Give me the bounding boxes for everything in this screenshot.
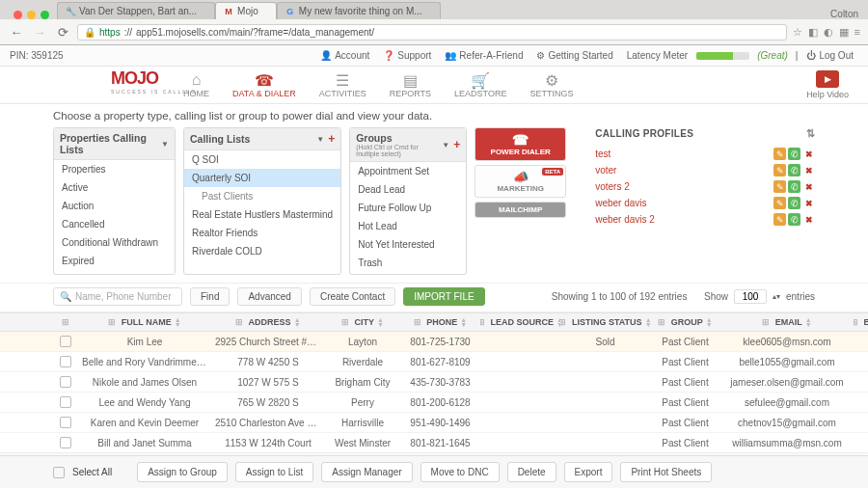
profile-name[interactable]: weber davis (595, 198, 772, 208)
profile-name[interactable]: voters 2 (595, 181, 772, 192)
expand-icon[interactable]: ⊞ (108, 317, 116, 327)
sort-icon[interactable]: ▲▼ (805, 317, 812, 327)
expand-icon[interactable]: ⊞ (854, 317, 858, 327)
list-item[interactable]: Quarterly SOI (184, 169, 340, 187)
row-checkbox[interactable] (60, 437, 71, 448)
edit-icon[interactable]: ✎ (773, 164, 786, 176)
action-delete[interactable]: Delete (507, 462, 556, 482)
close-dot[interactable] (14, 11, 22, 19)
list-item[interactable]: Auction (54, 197, 175, 215)
list-item[interactable]: Appointment Set (350, 162, 466, 180)
expand-icon[interactable]: ⊞ (762, 317, 770, 327)
expand-icon[interactable]: ⊞ (414, 317, 421, 327)
address-bar[interactable]: 🔒 https://app51.mojosells.com/main/?fram… (77, 24, 787, 41)
nav-activities[interactable]: ☰ ACTIVITIES (319, 71, 366, 98)
list-item[interactable]: FRBO (54, 270, 175, 274)
row-checkbox[interactable] (60, 376, 71, 388)
col-header[interactable]: ⊞ FULL NAME▲▼ (78, 313, 211, 331)
col-header[interactable]: ⊞ LEAD SOURCE▲▼ (480, 313, 560, 331)
stepper-icon[interactable]: ▴▾ (773, 292, 780, 301)
call-icon[interactable]: ✆ (788, 197, 800, 209)
row-checkbox[interactable] (60, 356, 71, 367)
browser-tab-3[interactable]: GMy new favorite thing on M... (277, 2, 441, 19)
call-icon[interactable]: ✆ (788, 148, 800, 160)
list-item[interactable]: Dead Lead (350, 180, 466, 199)
add-list-button[interactable]: + (328, 132, 335, 146)
chrome-profile[interactable]: Colton (830, 9, 868, 19)
delete-icon[interactable]: ✖ (802, 148, 815, 160)
nav-reports[interactable]: ▤ REPORTS (390, 71, 431, 98)
marketing-button[interactable]: BETA 📣 MARKETING (475, 165, 566, 198)
expand-icon[interactable]: ⊞ (658, 317, 665, 327)
edit-icon[interactable]: ✎ (773, 148, 786, 160)
action-assign-to-list[interactable]: Assign to List (235, 462, 313, 482)
sort-icon[interactable]: ▲▼ (377, 317, 384, 327)
list-item[interactable]: Real Estate Hustlers Mastermind (184, 205, 340, 224)
select-all-checkbox[interactable] (53, 467, 65, 478)
refer-link[interactable]: 👥Refer-A-Friend (440, 48, 528, 63)
expand-icon[interactable]: ⊞ (480, 317, 485, 327)
power-dialer-button[interactable]: ☎ POWER DIALER (475, 127, 566, 161)
import-file-button[interactable]: IMPORT FILE (403, 287, 484, 306)
sort-icon[interactable]: ▲▼ (294, 317, 301, 327)
edit-icon[interactable]: ✎ (773, 197, 786, 209)
profile-name[interactable]: voter (595, 165, 772, 176)
nav-data-dialer[interactable]: ☎ DATA & DIALER (232, 71, 296, 98)
nav-settings[interactable]: ⚙ SETTINGS (529, 71, 573, 98)
delete-icon[interactable]: ✖ (802, 197, 815, 209)
table-row[interactable]: Kim Lee 2925 Church Street #B201 Layton … (0, 332, 868, 352)
delete-icon[interactable]: ✖ (802, 180, 815, 193)
list-item[interactable]: Hot Lead (350, 217, 466, 235)
action-assign-to-group[interactable]: Assign to Group (137, 462, 228, 482)
sort-icon[interactable]: ▲▼ (175, 317, 181, 327)
table-row[interactable]: Lee and Wendy Yang 765 W 2820 S Perry 80… (0, 393, 868, 413)
logout-link[interactable]: ⏻ Log Out (801, 48, 858, 63)
star-icon[interactable]: ☆ (793, 26, 802, 39)
table-row[interactable]: Belle and Rory Vandrimmelen 778 W 4250 S… (0, 352, 868, 372)
help-video[interactable]: ▶ Help Video (806, 70, 849, 99)
delete-icon[interactable]: ✖ (802, 213, 815, 226)
menu-icon[interactable]: ≡ (854, 26, 860, 39)
list-item[interactable]: Cancelled (54, 215, 175, 233)
browser-tab-2[interactable]: MMojo (215, 2, 277, 19)
edit-icon[interactable]: ✎ (773, 213, 786, 226)
call-icon[interactable]: ✆ (788, 213, 800, 226)
col-header[interactable]: ⊞ BIRTHDAY▲▼ (854, 313, 868, 331)
add-group-button[interactable]: + (453, 138, 460, 151)
profiles-settings-icon[interactable]: ⇅ (806, 127, 815, 140)
chevron-down-icon[interactable]: ▼ (442, 141, 449, 149)
list-item[interactable]: Conditional Withdrawn (54, 233, 175, 252)
delete-icon[interactable]: ✖ (802, 164, 815, 176)
table-row[interactable]: Nikole and James Olsen 1027 W 575 S Brig… (0, 372, 868, 393)
list-item[interactable]: Future Follow Up (350, 199, 466, 217)
action-print-hot-sheets[interactable]: Print Hot Sheets (620, 462, 712, 482)
maximize-dot[interactable] (41, 11, 49, 19)
chevron-down-icon[interactable]: ▼ (161, 140, 169, 149)
back-button[interactable]: ← (8, 23, 25, 41)
table-row[interactable]: Bill and Janet Summa 1153 W 124th Court … (0, 433, 868, 453)
expand-icon[interactable]: ⊞ (62, 317, 69, 327)
browser-tab-1[interactable]: 🔧Van Der Stappen, Bart an... (57, 2, 215, 19)
expand-icon[interactable]: ⊞ (560, 317, 566, 327)
sort-icon[interactable]: ▲▼ (706, 317, 713, 327)
row-checkbox[interactable] (60, 417, 71, 428)
search-input[interactable]: 🔍Name, Phone Number (53, 287, 182, 306)
action-assign-manager[interactable]: Assign Manager (321, 462, 412, 482)
action-export[interactable]: Export (564, 462, 613, 482)
col-header[interactable]: ⊞ GROUP▲▼ (650, 313, 720, 331)
row-checkbox[interactable] (60, 396, 71, 408)
col-header[interactable]: ⊞ EMAIL▲▼ (720, 313, 854, 331)
list-item[interactable]: Past Clients (184, 187, 340, 205)
col-header[interactable]: ⊞ ADDRESS▲▼ (211, 313, 325, 331)
expand-icon[interactable]: ⊞ (235, 317, 243, 327)
ext-icon-1[interactable]: ◧ (808, 26, 818, 39)
chevron-down-icon[interactable]: ▼ (316, 135, 324, 144)
window-controls[interactable] (6, 11, 57, 19)
list-item[interactable]: Properties (54, 160, 175, 178)
entries-count-input[interactable] (734, 289, 767, 304)
create-contact-button[interactable]: Create Contact (310, 287, 395, 306)
list-item[interactable]: Trash (350, 254, 466, 268)
ext-icon-2[interactable]: ◐ (824, 26, 833, 39)
ext-icon-3[interactable]: ▦ (839, 26, 849, 39)
sort-icon[interactable]: ▲▼ (460, 317, 467, 327)
